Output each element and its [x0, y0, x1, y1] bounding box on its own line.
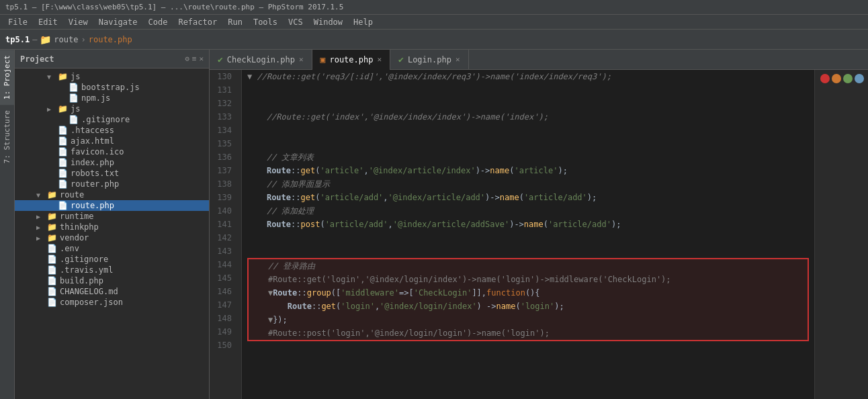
tree-item-index-php[interactable]: 📄 index.php [15, 157, 209, 168]
tree-label: .gitignore [60, 255, 108, 264]
line-num-150: 150 [210, 339, 236, 352]
tree-item-gitignore-inner[interactable]: 📄 .gitignore [15, 114, 209, 125]
tab-checklogin-label: CheckLogin.php [227, 55, 295, 64]
folder-icon: 📁 [58, 104, 68, 114]
file-icon: 📄 [47, 265, 57, 275]
panel-action-close[interactable]: ✕ [199, 54, 204, 63]
tree-item-js2-folder[interactable]: ▶ 📁 js [15, 103, 209, 114]
tree-item-route-php[interactable]: 📄 route.php [15, 200, 209, 211]
editor-tabs: ✔ CheckLogin.php ✕ ▣ route.php ✕ ✔ Login… [210, 50, 868, 70]
line-num-135: 135 [210, 137, 236, 150]
menu-tools[interactable]: Tools [248, 16, 283, 28]
tree-item-composer[interactable]: 📄 composer.json [15, 297, 209, 308]
project-name: tp5.1 [5, 35, 30, 44]
tree-item-changelog[interactable]: 📄 CHANGELOG.md [15, 286, 209, 297]
code-content[interactable]: ▼ //Route::get('req3/[:id]','@index/inde… [242, 70, 814, 399]
tab-checklogin-close[interactable]: ✕ [299, 55, 304, 64]
menu-view[interactable]: View [63, 16, 93, 28]
code-editor[interactable]: 130 131 132 133 134 135 136 137 138 139 … [210, 70, 868, 399]
tab-route-close[interactable]: ✕ [377, 55, 382, 64]
line-num-138: 138 [210, 177, 236, 191]
line-numbers: 130 131 132 133 134 135 136 137 138 139 … [210, 70, 242, 399]
tree-arrow: ▶ [36, 224, 47, 231]
folder-icon: 📁 [47, 190, 57, 200]
menu-window[interactable]: Window [308, 16, 348, 28]
menu-refactor[interactable]: Refactor [173, 16, 222, 28]
code-line-149: #Route::post('login','@index/login/login… [249, 326, 808, 340]
menu-help[interactable]: Help [348, 16, 378, 28]
tree-item-thinkphp-folder[interactable]: ▶ 📁 thinkphp [15, 222, 209, 232]
tree-item-travis[interactable]: 📄 .travis.yml [15, 265, 209, 275]
code-line-143 [247, 245, 809, 258]
tab-login-close[interactable]: ✕ [455, 55, 460, 64]
line-num-146: 146 [210, 285, 236, 298]
color-btn-green[interactable] [843, 74, 853, 83]
php-icon: 📄 [58, 179, 68, 189]
menu-code[interactable]: Code [143, 16, 173, 28]
panel-action-sync[interactable]: ⚙ [185, 54, 189, 63]
tab-checklogin[interactable]: ✔ CheckLogin.php ✕ [210, 50, 312, 70]
tree-item-route-folder[interactable]: ▼ 📁 route [15, 189, 209, 200]
line-num-149: 149 [210, 325, 236, 339]
tree-label: route [60, 190, 84, 200]
login-tab-icon: ✔ [398, 54, 404, 64]
tree-label: thinkphp [60, 222, 99, 232]
tree-label: ajax.html [71, 136, 114, 146]
toolbar-folder: route [54, 35, 78, 44]
sidebar-tab-structure[interactable]: 7: Structure [0, 105, 14, 169]
line-num-144: 144 [210, 258, 236, 271]
tree-label: .env [60, 244, 79, 253]
tab-login-php[interactable]: ✔ Login.php ✕ [390, 50, 468, 70]
tree-item-robots[interactable]: 📄 robots.txt [15, 168, 209, 179]
line-num-145: 145 [210, 271, 236, 285]
tree-item-bootstrap-js[interactable]: 📄 bootstrap.js [15, 82, 209, 93]
tree-item-vendor-folder[interactable]: ▶ 📁 vendor [15, 232, 209, 243]
tree-label: js [71, 104, 80, 114]
panel-header: Project ⚙ ≡ ✕ [15, 50, 209, 69]
tree-label: route.php [71, 201, 114, 210]
color-btn-red[interactable] [820, 74, 830, 83]
tree-item-js-folder[interactable]: ▼ 📁 js [15, 71, 209, 82]
folder-icon: 📁 [47, 233, 57, 242]
menu-vcs[interactable]: VCS [283, 16, 308, 28]
line-num-142: 142 [210, 231, 236, 245]
toolbar-project: tp5.1 – 📁 route › route.php [5, 34, 132, 45]
tab-route-php[interactable]: ▣ route.php ✕ [312, 50, 390, 70]
folder-icon: 📁 [40, 34, 51, 45]
toolbar: tp5.1 – 📁 route › route.php [0, 30, 868, 50]
file-icon: 📄 [58, 126, 68, 135]
tree-item-npm-js[interactable]: 📄 npm.js [15, 93, 209, 103]
highlight-block: // 登录路由 #Route::get('login','@index/logi… [247, 258, 809, 341]
tree-item-build-php[interactable]: 📄 build.php [15, 275, 209, 286]
menu-edit[interactable]: Edit [33, 16, 63, 28]
code-line-142 [247, 231, 809, 245]
menu-file[interactable]: File [3, 16, 33, 28]
sidebar-tab-project[interactable]: 1: Project [0, 50, 14, 105]
tree-label: runtime [60, 212, 94, 221]
menu-navigate[interactable]: Navigate [93, 16, 143, 28]
color-btn-blue[interactable] [855, 74, 864, 83]
code-line-136: // 文章列表 [247, 150, 809, 164]
file-icon: 📄 [47, 287, 57, 296]
php-icon: 📄 [47, 276, 57, 285]
project-panel: Project ⚙ ≡ ✕ ▼ 📁 js 📄 bootstrap.js 📄 [15, 50, 210, 399]
code-line-132 [247, 97, 809, 110]
tree-item-htaccess[interactable]: 📄 .htaccess [15, 125, 209, 136]
tree-item-router-php[interactable]: 📄 router.php [15, 179, 209, 189]
menu-run[interactable]: Run [222, 16, 248, 28]
line-num-141: 141 [210, 218, 236, 231]
tree-label: composer.json [60, 298, 123, 307]
tree-item-gitignore-root[interactable]: 📄 .gitignore [15, 254, 209, 265]
tree-item-env[interactable]: 📄 .env [15, 243, 209, 254]
tree-item-favicon[interactable]: 📄 favicon.ico [15, 146, 209, 157]
panel-action-settings[interactable]: ≡ [192, 54, 197, 63]
tree-label: CHANGELOG.md [60, 287, 118, 296]
tree-label: .travis.yml [60, 265, 113, 275]
route-tab-icon: ▣ [320, 54, 326, 64]
tree-item-runtime-folder[interactable]: ▶ 📁 runtime [15, 211, 209, 222]
tree-label: .gitignore [81, 115, 130, 124]
code-line-137: Route::get('article','@index/article/ind… [247, 164, 809, 177]
tree-item-ajax-html[interactable]: 📄 ajax.html [15, 136, 209, 146]
code-line-147: Route::get('login','@index/login/index')… [249, 300, 808, 313]
color-btn-orange[interactable] [832, 74, 841, 83]
